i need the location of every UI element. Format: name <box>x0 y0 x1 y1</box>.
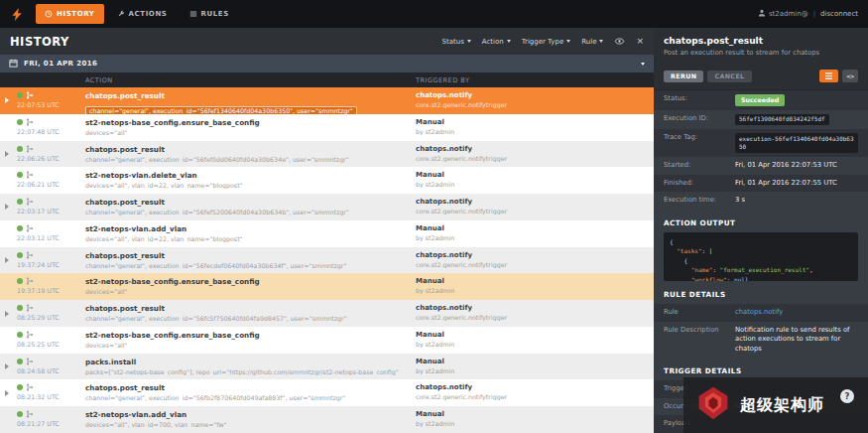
triggered-by: chatops.notify <box>416 251 648 259</box>
workflow-branch-icon <box>26 91 34 99</box>
chevron-down-icon <box>566 40 570 43</box>
execution-timestamp: 08:25:29 UTC <box>17 314 83 321</box>
execution-timestamp: 22:06:21 UTC <box>17 181 83 188</box>
date-group-label: FRI, 01 APR 2016 <box>24 60 97 68</box>
row-triggered-by: Manual by st2admin <box>416 114 654 141</box>
triggered-by-detail: core.st2.generic.notifytrigger <box>416 155 648 162</box>
date-group-header[interactable]: FRI, 01 APR 2016 <box>0 55 654 72</box>
filter-status[interactable]: Status <box>442 38 471 46</box>
triggered-by: Manual <box>416 224 648 232</box>
filter-rule[interactable]: Rule <box>581 38 603 46</box>
workflow-branch-icon <box>26 224 34 232</box>
status-succeeded-icon <box>17 411 23 417</box>
expand-chevron-icon[interactable] <box>5 204 9 210</box>
workflow-branch-icon <box>26 358 34 365</box>
tab-history[interactable]: HISTORY <box>36 4 104 24</box>
execution-row[interactable]: 08:25:25 UTC st2-netops-base_config.ensu… <box>0 327 654 354</box>
triggered-by: Manual <box>416 358 648 365</box>
navbar-right: st2admin@ | disconnect <box>758 9 868 19</box>
clear-filters-icon[interactable]: × <box>636 37 644 46</box>
triggered-by: Manual <box>416 410 648 418</box>
filter-action[interactable]: Action <box>482 38 511 46</box>
execution-row[interactable]: 22:03:17 UTC chatops.post_result channel… <box>0 194 654 220</box>
execution-row[interactable]: 19:37:24 UTC chatops.post_result channel… <box>0 247 654 274</box>
action-params: devices="all" <box>85 342 408 349</box>
status-badge: Succeeded <box>735 94 785 106</box>
field-execution-time: Execution time: 3 s <box>654 192 868 210</box>
row-triggered-by: Manual by st2admin <box>416 354 654 380</box>
tab-rules[interactable]: RULES <box>181 4 238 24</box>
history-icon <box>45 10 53 18</box>
detail-title: chatops.post_result <box>664 36 858 46</box>
stackstorm-logo-icon[interactable] <box>0 0 34 28</box>
expand-chevron-icon[interactable] <box>5 151 9 157</box>
action-name: chatops.post_result <box>85 304 408 313</box>
tab-actions[interactable]: ACTIONS <box>108 4 177 24</box>
collapse-chevron-icon[interactable] <box>641 63 645 66</box>
expand-chevron-icon[interactable] <box>5 311 9 317</box>
row-triggered-by: chatops.notify core.st2.generic.notifytr… <box>416 300 654 327</box>
action-params: packs=["st2-netops-base_config"], repo_u… <box>85 368 408 375</box>
workflow-branch-icon <box>26 277 34 285</box>
workflow-branch-icon <box>26 410 34 418</box>
row-triggered-by: chatops.notify core.st2.generic.notifytr… <box>416 194 654 220</box>
rerun-button[interactable]: RERUN <box>664 71 703 82</box>
code-lines: { "tasks": [ { "name": "format_execution… <box>670 237 852 282</box>
chevron-down-icon <box>599 40 603 43</box>
execution-row[interactable]: 22:07:53 UTC chatops.post_result channel… <box>0 87 654 114</box>
page-title: HISTORY <box>10 35 69 49</box>
user-menu[interactable]: st2admin@ <box>758 9 808 19</box>
execution-row[interactable]: 08:24:58 UTC packs.install packs=["st2-n… <box>0 354 654 380</box>
column-action: ACTION <box>85 76 416 84</box>
status-succeeded-icon <box>17 172 23 178</box>
expand-chevron-icon[interactable] <box>5 257 9 263</box>
code-view-button[interactable]: <> <box>842 70 858 82</box>
row-meta: 22:03:12 UTC <box>0 220 85 247</box>
eye-icon[interactable] <box>614 38 625 45</box>
status-succeeded-icon <box>17 146 23 152</box>
expand-chevron-icon[interactable] <box>5 390 9 396</box>
action-name: chatops.post_result <box>85 251 408 260</box>
execution-row[interactable]: 08:25:29 UTC chatops.post_result channel… <box>0 300 654 327</box>
row-triggered-by: Manual by st2admin <box>416 220 654 247</box>
disconnect-link[interactable]: disconnect <box>820 10 858 18</box>
execution-row[interactable]: 22:03:12 UTC st2-netops-vlan.add_vlan de… <box>0 220 654 247</box>
row-triggered-by: chatops.notify core.st2.generic.notifytr… <box>416 87 654 114</box>
triggered-by-detail: by st2admin <box>416 341 648 348</box>
action-name: packs.install <box>85 358 408 366</box>
row-action: chatops.post_result channel="general", e… <box>85 194 416 220</box>
execution-fields: Status: Succeeded Execution ID: 56fef139… <box>654 90 868 210</box>
row-action: st2-netops-vlan.delete_vlan devices="all… <box>85 167 416 194</box>
execution-row[interactable]: 22:07:48 UTC st2-netops-base_config.ensu… <box>0 114 654 141</box>
help-button[interactable]: ? <box>840 389 854 403</box>
action-params: channel="general", execution_id="56fef0d… <box>85 156 408 163</box>
row-action: chatops.post_result channel="general", e… <box>85 141 416 168</box>
action-params: channel="general", execution_id="56fef52… <box>85 209 408 216</box>
action-output-code: { "tasks": [ { "name": "format_execution… <box>664 232 858 282</box>
action-params: devices="all" <box>85 288 408 295</box>
tab-rules-label: RULES <box>201 10 229 18</box>
execution-timestamp: 08:24:58 UTC <box>17 367 83 374</box>
execution-row[interactable]: 22:06:26 UTC chatops.post_result channel… <box>0 141 654 168</box>
execution-timestamp: 19:37:19 UTC <box>17 287 83 294</box>
row-triggered-by: Manual by st2admin <box>416 406 654 433</box>
row-action: st2-netops-vlan.add_vlan devices="all", … <box>85 406 416 433</box>
execution-row[interactable]: 19:37:19 UTC st2-netops-base_config.ensu… <box>0 273 654 300</box>
expand-chevron-icon[interactable] <box>5 363 9 369</box>
row-meta: 08:25:29 UTC <box>0 300 85 327</box>
list-view-button[interactable] <box>819 70 838 82</box>
triggered-by: Manual <box>416 171 648 179</box>
tab-history-label: HISTORY <box>57 10 95 18</box>
expand-chevron-icon[interactable] <box>5 97 9 103</box>
execution-row[interactable]: 22:06:21 UTC st2-netops-vlan.delete_vlan… <box>0 167 654 194</box>
workflow-branch-icon <box>26 171 34 179</box>
cancel-button[interactable]: CANCEL <box>707 71 751 82</box>
triggered-by: Manual <box>416 118 648 126</box>
execution-row[interactable]: 08:21:32 UTC chatops.post_result channel… <box>0 379 654 406</box>
row-triggered-by: chatops.notify core.st2.generic.notifytr… <box>416 247 654 274</box>
filter-trigger-type[interactable]: Trigger Type <box>522 38 570 46</box>
field-finished: Finished: Fri, 01 Apr 2016 22:07:55 UTC <box>654 175 868 193</box>
execution-row[interactable]: 08:21:27 UTC st2-netops-vlan.add_vlan de… <box>0 406 654 433</box>
action-params: devices="all", vlan_id=700, vlan_name="f… <box>85 421 408 428</box>
rule-link[interactable]: chatops.notify <box>735 308 783 318</box>
